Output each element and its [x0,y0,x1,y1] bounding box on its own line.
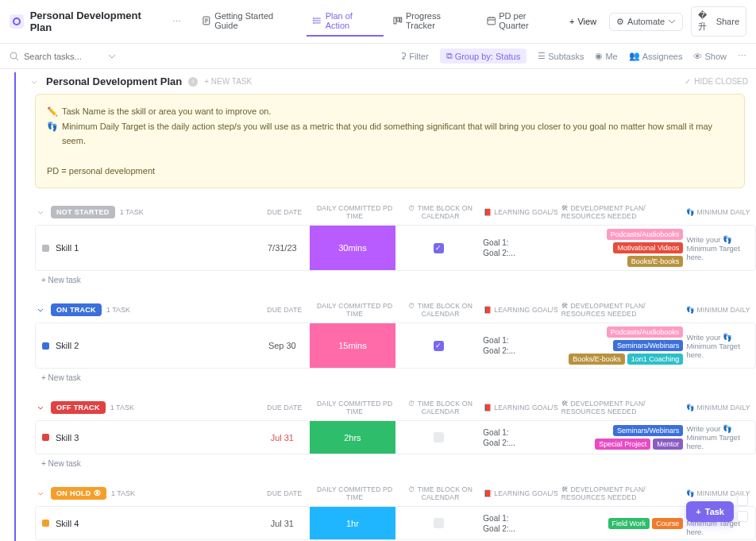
collapse-icon[interactable] [35,304,46,315]
min-target-cell[interactable]: Write your 👣Minimum Target here. [685,323,755,368]
tag-special[interactable]: Special Project [595,439,650,450]
groupby-button[interactable]: ⧉Group by: Status [440,48,527,64]
collapse-icon[interactable] [35,402,46,413]
tag-mentor[interactable]: Mentor [653,439,683,450]
new-task-fab[interactable]: + Task [686,501,734,522]
tab-plan-of-action[interactable]: Plan of Action [307,6,384,37]
collapse-icon[interactable] [35,207,46,218]
tab-progress-tracker[interactable]: Progress Tracker [387,6,476,37]
search-input[interactable] [24,52,103,61]
task-count: 1 TASK [106,306,130,314]
automate-button[interactable]: ⚙ Automate [609,13,683,31]
goals-cell[interactable]: Goal 1:Goal 2:... [481,323,560,368]
tag-field[interactable]: Field Work [608,518,650,529]
tag-podcasts[interactable]: Podcasts/Audiobooks [607,327,684,338]
col-block: ⏱ TIME BLOCK ON CALENDAR [398,302,484,318]
more-icon[interactable]: ⋯ [169,17,184,27]
time-pill[interactable]: 30mins [310,226,395,270]
task-row[interactable]: Skill 2 Sep 30 15mins ✓ Goal 1:Goal 2:..… [35,323,756,369]
group-on-track: ON TRACK 1 TASK DUE DATE DAILY COMMITTED… [35,297,756,387]
due-date[interactable]: Jul 31 [255,421,310,454]
due-date[interactable]: Sep 30 [255,323,310,368]
task-row[interactable]: Skill 4 Jul 31 1hr Goal 1:Goal 2:... Fie… [35,506,756,540]
chevron-down-icon[interactable] [108,52,116,60]
search[interactable] [10,52,137,61]
more-button[interactable]: ⋯ [738,51,746,61]
tag-books[interactable]: Books/E-books [569,354,625,365]
time-pill[interactable]: 1hr [310,507,395,539]
tab-getting-started-guide[interactable]: Getting Started Guide [195,6,303,37]
filter-button[interactable]: ⚳Filter [400,51,428,61]
tag-podcasts[interactable]: Podcasts/Audiobooks [607,229,684,240]
min-target-cell[interactable]: Write your 👣Minimum Target here. [685,226,755,270]
time-block-cell[interactable]: ✓ [395,226,481,270]
content: Personal Development Plan i + NEW TASK ✓… [0,69,756,541]
tag-books[interactable]: Books/E-books [627,256,684,267]
col-goal: 📕 LEARNING GOAL/S [484,404,561,412]
fab-aux-2[interactable] [737,511,748,522]
new-task-row[interactable]: + New task [35,369,756,387]
status-pill[interactable]: ON HOLD ⦿ [51,487,106,500]
fab-label: Task [705,507,724,516]
plan-cell[interactable]: Podcasts/AudiobooksMotivational VideosBo… [560,226,685,270]
status-square[interactable] [42,434,49,441]
status-pill[interactable]: NOT STARTED [51,206,115,218]
col-plan: 🛠 DEVELOPMENT PLAN/ RESOURCES NEEDED [561,302,686,318]
tab-pd-per-quarter[interactable]: PD per Quarter [480,6,563,37]
due-date[interactable]: 7/31/23 [255,226,310,270]
add-view[interactable]: + View [569,17,596,26]
plan-cell[interactable]: Seminars/WebinarsSpecial ProjectMentor [560,421,685,454]
tag-coaching[interactable]: 1on1 Coaching [627,354,684,365]
tag-seminars[interactable]: Seminars/Webinars [613,340,683,351]
goals-cell[interactable]: Goal 1:Goal 2:... [481,226,560,270]
min-target-cell[interactable]: Write your 👣Minimum Target here. [685,421,755,454]
page-title: Personal Development Plan [30,10,164,33]
collapse-icon[interactable] [29,76,40,87]
time-pill[interactable]: 2hrs [310,421,395,454]
view-label: View [577,17,596,26]
time-pill[interactable]: 15mins [310,323,395,368]
status-square[interactable] [42,520,49,527]
checkbox[interactable] [434,518,444,528]
time-block-cell[interactable] [395,421,481,454]
me-button[interactable]: ◉Me [595,51,617,61]
col-due: DUE DATE [257,208,312,216]
due-date[interactable]: Jul 31 [255,507,310,539]
tag-course[interactable]: Course [652,518,683,529]
time-block-cell[interactable]: ✓ [395,323,481,368]
new-task-header[interactable]: + NEW TASK [204,77,252,86]
info-icon[interactable]: i [188,77,198,87]
collapse-icon[interactable] [35,488,46,499]
status-pill[interactable]: OFF TRACK [51,401,106,414]
goals-cell[interactable]: Goal 1:Goal 2:... [481,507,560,539]
new-task-row[interactable]: + New task [35,271,756,289]
checkbox[interactable]: ✓ [434,243,444,253]
share-button[interactable]: �升 Share [691,6,746,37]
status-square[interactable] [42,342,49,350]
hide-closed[interactable]: ✓HIDE CLOSED [685,77,748,86]
task-row[interactable]: Skill 3 Jul 31 2hrs Goal 1:Goal 2:... Se… [35,420,756,454]
status-pill[interactable]: ON TRACK [51,303,102,316]
chevron-down-icon [668,17,676,25]
subtasks-button[interactable]: ☰Subtasks [538,51,584,61]
tag-motivational[interactable]: Motivational Videos [613,242,683,253]
checkbox[interactable]: ✓ [434,341,444,351]
new-task-row[interactable]: + New task [35,454,756,473]
plan-cell[interactable]: Field WorkCourse [560,507,685,539]
task-name[interactable]: Skill 1 [56,243,79,253]
fab-aux-1[interactable] [737,495,748,506]
badge-icon: ⦿ [94,489,101,497]
goals-cell[interactable]: Goal 1:Goal 2:... [481,421,560,454]
tag-seminars[interactable]: Seminars/Webinars [613,425,683,436]
task-name[interactable]: Skill 4 [56,519,79,528]
check-icon: ✓ [685,77,691,86]
time-block-cell[interactable] [395,507,481,539]
task-name[interactable]: Skill 2 [56,341,79,350]
task-name[interactable]: Skill 3 [56,433,79,442]
task-row[interactable]: Skill 1 7/31/23 30mins ✓ Goal 1:Goal 2:.… [35,225,756,271]
checkbox[interactable] [434,432,444,442]
status-square[interactable] [42,245,49,252]
show-button[interactable]: 👁Show [693,52,727,61]
plan-cell[interactable]: Podcasts/AudiobooksSeminars/WebinarsBook… [560,323,685,368]
assignees-button[interactable]: 👥Assignees [629,51,683,61]
